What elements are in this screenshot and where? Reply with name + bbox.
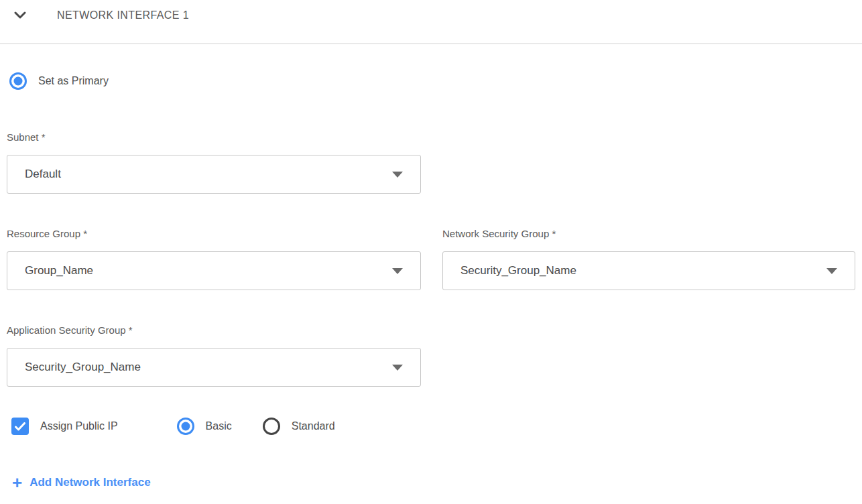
- network-security-group-value: Security_Group_Name: [460, 264, 576, 277]
- set-primary-row: Set as Primary: [7, 72, 855, 90]
- standard-radio[interactable]: [263, 418, 280, 435]
- resource-group-value: Group_Name: [25, 264, 93, 277]
- network-security-group-label: Network Security Group *: [442, 228, 855, 240]
- resource-group-select[interactable]: Group_Name: [7, 251, 421, 290]
- add-network-interface-button[interactable]: + Add Network Interface: [7, 475, 151, 490]
- subnet-label: Subnet *: [7, 131, 421, 143]
- chevron-down-icon: [14, 11, 26, 19]
- public-ip-row: Assign Public IP Basic Standard: [7, 418, 855, 435]
- set-primary-label: Set as Primary: [38, 75, 109, 87]
- section-title: NETWORK INTERFACE 1: [57, 9, 189, 21]
- section-header: NETWORK INTERFACE 1: [7, 5, 855, 25]
- dropdown-caret-icon: [392, 268, 403, 274]
- subnet-select[interactable]: Default: [7, 155, 421, 194]
- subnet-field: Subnet * Default: [7, 131, 421, 194]
- assign-public-ip-label: Assign Public IP: [40, 420, 118, 432]
- assign-public-ip-checkbox[interactable]: [11, 418, 29, 435]
- resource-group-field: Resource Group * Group_Name: [7, 228, 421, 290]
- subnet-value: Default: [25, 168, 61, 181]
- dropdown-caret-icon: [392, 365, 403, 371]
- network-security-group-field: Network Security Group * Security_Group_…: [442, 228, 855, 290]
- checkmark-icon: [15, 422, 25, 431]
- network-interface-section: NETWORK INTERFACE 1 Set as Primary Subne…: [0, 0, 862, 490]
- section-divider: [0, 43, 862, 44]
- form-grid: Subnet * Default Resource Group * Group_…: [7, 131, 855, 387]
- add-network-interface-label: Add Network Interface: [29, 476, 150, 489]
- resource-group-label: Resource Group *: [7, 228, 421, 240]
- sku-option-basic: Basic: [177, 418, 232, 435]
- collapse-section-button[interactable]: [12, 7, 28, 23]
- basic-label: Basic: [206, 420, 232, 432]
- basic-radio[interactable]: [177, 418, 194, 435]
- application-security-group-field: Application Security Group * Security_Gr…: [7, 324, 421, 387]
- set-primary-radio[interactable]: [9, 72, 27, 90]
- standard-label: Standard: [292, 420, 335, 432]
- application-security-group-value: Security_Group_Name: [25, 361, 141, 374]
- sku-option-standard: Standard: [263, 418, 335, 435]
- application-security-group-label: Application Security Group *: [7, 324, 421, 336]
- application-security-group-select[interactable]: Security_Group_Name: [7, 348, 421, 387]
- dropdown-caret-icon: [392, 172, 403, 178]
- network-security-group-select[interactable]: Security_Group_Name: [442, 251, 855, 290]
- dropdown-caret-icon: [826, 268, 837, 274]
- plus-icon: +: [12, 475, 22, 490]
